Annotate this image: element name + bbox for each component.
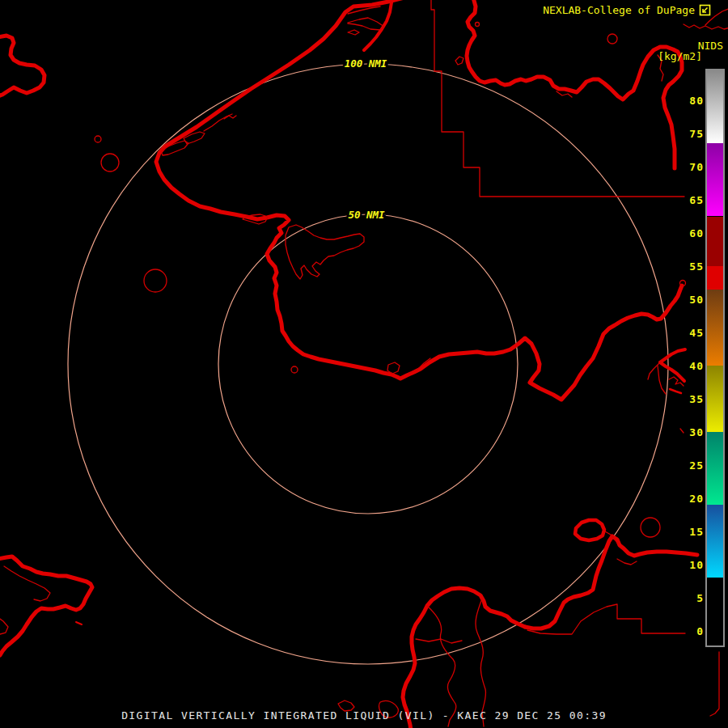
colorbar-tick-70: 70 <box>670 161 704 173</box>
colorbar-segment-62.5-73.5 <box>707 143 723 216</box>
colorbar-segment-8-19 <box>707 505 723 578</box>
range-ring-labels: 100 NMI50 NMI <box>345 57 387 221</box>
island-pentagon <box>575 520 604 540</box>
lake-tiny-west <box>95 136 101 142</box>
colorbar-tick-45: 45 <box>670 327 704 339</box>
ring-label-100-nmi: 100 NMI <box>345 57 387 70</box>
colorbar-tick-25: 25 <box>670 459 704 472</box>
colorbar-tick-55: 55 <box>670 260 704 273</box>
colorbar-segment-19-30 <box>707 432 723 505</box>
north-island-small <box>455 57 463 65</box>
colorbar-tick-5: 5 <box>670 592 704 604</box>
delta-loop <box>403 588 525 728</box>
colorbar-tick-50: 50 <box>670 294 704 306</box>
colorbar-tick-30: 30 <box>670 426 704 438</box>
colorbar-tick-60: 60 <box>670 227 704 239</box>
corner-line <box>710 652 719 716</box>
land-bl-dash <box>76 622 82 624</box>
colorbar-tick-65: 65 <box>670 194 704 206</box>
lake-midwest <box>144 269 167 292</box>
colorbar-tick-15: 15 <box>670 526 704 538</box>
colorbar-segment-55-62.5 <box>707 217 723 267</box>
product-caption: DIGITAL VERTICALLY INTEGRATED LIQUID (VI… <box>0 709 728 722</box>
county-line-bottom <box>527 604 685 634</box>
spit-lagoon-blob <box>348 18 384 30</box>
land-bottomleft <box>0 557 92 655</box>
colorbar-tick-80: 80 <box>670 95 704 107</box>
colorbar-tick-75: 75 <box>670 128 704 140</box>
island-topleft <box>0 36 44 96</box>
islet-ne <box>607 34 617 44</box>
delta-channel-1 <box>427 606 456 726</box>
lake-west <box>101 154 119 171</box>
colorbar-segment-73.5-84.7 <box>707 70 723 143</box>
colorbar-tick-40: 40 <box>670 360 704 372</box>
delta-channel-2 <box>476 599 486 726</box>
colorbar-tick-20: 20 <box>670 493 704 505</box>
spit-lagoon-dot <box>348 30 359 35</box>
coast-main <box>156 0 682 400</box>
fork-tail-2 <box>658 366 666 394</box>
color-scale-bar <box>705 69 725 647</box>
land-bl-inner-2 <box>0 617 8 634</box>
colorbar-segment-30-40 <box>707 366 723 432</box>
land-bl-inner-1 <box>4 566 50 601</box>
islet-north <box>476 23 480 27</box>
cape-lagoon-4 <box>224 116 236 119</box>
colorbar-tick-10: 10 <box>670 559 704 571</box>
lake-east <box>641 518 660 537</box>
radar-map: 100 NMI50 NMI <box>0 0 728 728</box>
ring-label-50-nmi: 50 NMI <box>348 209 385 221</box>
inland-lagoon <box>286 225 364 279</box>
delta-channel-3 <box>416 639 462 643</box>
map-outlines <box>0 0 728 728</box>
colorbar-segment-51.5-55 <box>707 266 723 290</box>
south-bay-thin <box>387 362 400 374</box>
coast-east-detail <box>617 559 637 565</box>
range-ring-50-nmi <box>218 214 518 514</box>
resize-corner-icon[interactable] <box>699 4 711 16</box>
islet-south <box>291 366 298 373</box>
colorbar-segment-40-51.5 <box>707 290 723 366</box>
brand-bar: NEXLAB-College of DuPage <box>543 4 711 16</box>
coast-north <box>467 0 682 168</box>
radar-display: 100 NMI50 NMI NEXLAB-College of DuPage N… <box>0 0 728 728</box>
brand-text: NEXLAB-College of DuPage <box>543 5 695 16</box>
colorbar-tick-35: 35 <box>670 393 704 405</box>
coast-spit-inner <box>364 0 392 50</box>
colorbar-tick-0: 0 <box>670 625 704 637</box>
coast-east <box>525 536 697 629</box>
legend-units: [kg/m2] <box>658 51 702 62</box>
